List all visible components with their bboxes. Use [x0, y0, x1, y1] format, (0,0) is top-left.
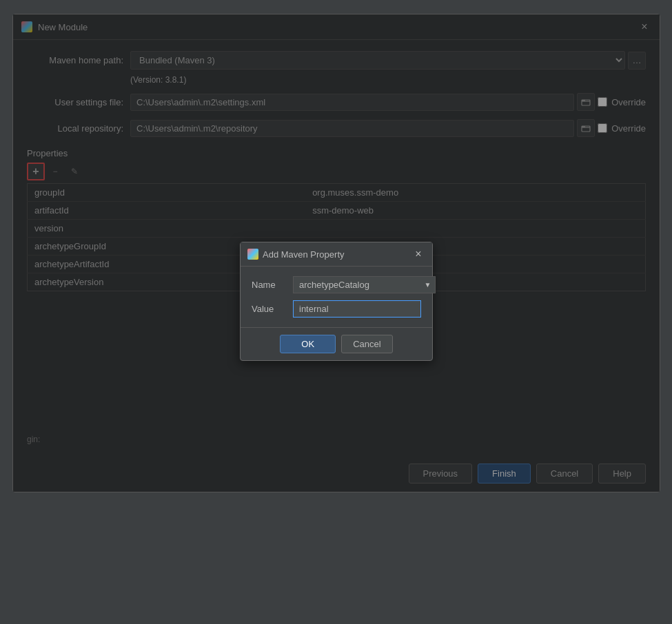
- sub-dialog-title: Add Maven Property: [263, 249, 345, 260]
- sub-value-label: Value: [252, 304, 286, 314]
- sub-title-left: Add Maven Property: [247, 249, 345, 260]
- sub-name-label: Name: [252, 280, 286, 290]
- backdrop: New Module × Maven home path: Bundled (M…: [0, 0, 672, 624]
- sub-intellij-icon: [247, 249, 258, 260]
- sub-name-row: Name ▼: [252, 276, 421, 293]
- sub-dialog-overlay: Add Maven Property × Name ▼: [13, 14, 660, 492]
- sub-dialog: Add Maven Property × Name ▼: [240, 242, 433, 361]
- main-dialog: New Module × Maven home path: Bundled (M…: [12, 14, 660, 492]
- sub-dialog-close-button[interactable]: ×: [411, 247, 425, 261]
- sub-dialog-titlebar: Add Maven Property ×: [241, 242, 432, 267]
- sub-name-dropdown-button[interactable]: ▼: [420, 276, 436, 293]
- sub-cancel-button[interactable]: Cancel: [341, 335, 392, 353]
- sub-name-input-group: ▼: [293, 276, 436, 293]
- sub-value-row: Value: [252, 300, 421, 318]
- sub-ok-button[interactable]: OK: [280, 335, 336, 353]
- sub-dialog-footer: OK Cancel: [241, 327, 432, 360]
- sub-value-input[interactable]: [293, 300, 421, 318]
- sub-dialog-body: Name ▼ Value: [241, 267, 432, 327]
- sub-name-input[interactable]: [293, 276, 420, 293]
